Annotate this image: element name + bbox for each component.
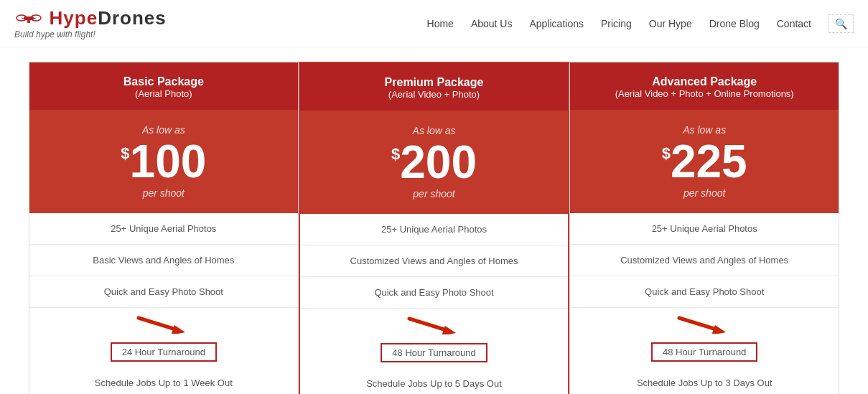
premium-dollar: $ [391, 145, 400, 164]
premium-card-header: Premium Package (Aerial Video + Photo) [300, 63, 569, 111]
basic-as-low: As low as [37, 124, 291, 136]
search-button[interactable]: 🔍 [829, 14, 854, 33]
svg-line-10 [679, 318, 719, 330]
basic-card-header: Basic Package (Aerial Photo) [29, 62, 298, 110]
pricing-section: Basic Package (Aerial Photo) As low as $… [0, 47, 868, 394]
header: HypeDrones Build hype with flight! Home … [0, 0, 868, 47]
advanced-price-amount: $ 225 [577, 139, 831, 184]
advanced-arrow-icon [676, 312, 733, 336]
nav-contact[interactable]: Contact [777, 18, 811, 29]
basic-price-area: As low as $ 100 per shoot [29, 110, 298, 213]
logo-text: HypeDrones [14, 7, 167, 29]
basic-arrow-row [29, 308, 298, 336]
advanced-per: per shoot [577, 187, 831, 199]
advanced-turnaround: 48 Hour Turnaround [570, 336, 839, 367]
advanced-features: 25+ Unique Aerial Photos Customized View… [570, 213, 839, 394]
premium-package-sub: (Aerial Video + Photo) [307, 89, 561, 100]
advanced-price-area: As low as $ 225 per shoot [570, 110, 839, 213]
basic-extra-1: Schedule Jobs Up to 1 Week Out [29, 367, 298, 394]
advanced-feature-3: Quick and Easy Photo Shoot [570, 276, 839, 308]
premium-features: 25+ Unique Aerial Photos Customized View… [300, 214, 569, 394]
basic-turnaround: 24 Hour Turnaround [29, 336, 298, 367]
advanced-turnaround-badge: 48 Hour Turnaround [651, 342, 757, 362]
basic-per: per shoot [37, 187, 291, 199]
basic-package-sub: (Aerial Photo) [37, 88, 291, 99]
svg-marker-11 [711, 325, 726, 334]
advanced-feature-2: Customized Views and Angles of Homes [570, 245, 839, 276]
svg-marker-9 [442, 326, 456, 334]
premium-price-number: 200 [400, 139, 477, 185]
basic-feature-3: Quick and Easy Photo Shoot [29, 276, 298, 308]
svg-line-6 [139, 318, 178, 330]
premium-extra-1: Schedule Jobs Up to 5 Days Out [300, 368, 569, 394]
logo-hype: Hype [50, 7, 98, 29]
svg-line-8 [409, 319, 449, 331]
advanced-package-card: Advanced Package (Aerial Video + Photo +… [569, 62, 839, 394]
nav-ourhype[interactable]: Our Hype [649, 18, 692, 29]
advanced-arrow-row [570, 308, 839, 336]
basic-feature-2: Basic Views and Angles of Homes [29, 245, 298, 276]
basic-price-number: 100 [130, 139, 207, 184]
premium-package-name: Premium Package [307, 76, 561, 89]
premium-feature-3: Quick and Easy Photo Shoot [300, 277, 569, 309]
basic-package-name: Basic Package [37, 75, 291, 88]
basic-dollar: $ [121, 144, 129, 163]
premium-feature-1: 25+ Unique Aerial Photos [300, 214, 569, 245]
basic-turnaround-badge: 24 Hour Turnaround [111, 342, 217, 362]
svg-marker-7 [171, 325, 185, 334]
advanced-package-sub: (Aerial Video + Photo + Online Promotion… [577, 88, 831, 99]
logo: HypeDrones Build hype with flight! [14, 7, 167, 39]
main-nav: Home About Us Applications Pricing Our H… [427, 14, 854, 33]
premium-price-amount: $ 200 [307, 139, 561, 185]
advanced-package-name: Advanced Package [577, 75, 831, 88]
logo-tagline: Build hype with flight! [14, 29, 95, 39]
basic-price-amount: $ 100 [37, 139, 291, 184]
premium-as-low: As low as [307, 125, 561, 136]
nav-pricing[interactable]: Pricing [601, 18, 632, 29]
logo-drones: Drones [98, 7, 167, 29]
advanced-dollar: $ [662, 144, 671, 163]
svg-rect-3 [27, 20, 30, 23]
premium-package-card: Premium Package (Aerial Video + Photo) A… [299, 62, 570, 394]
advanced-price-number: 225 [671, 139, 747, 184]
premium-per: per shoot [307, 188, 561, 200]
nav-blog[interactable]: Drone Blog [709, 18, 760, 29]
premium-turnaround: 48 Hour Turnaround [300, 337, 569, 368]
advanced-as-low: As low as [577, 124, 831, 136]
premium-price-area: As low as $ 200 per shoot [300, 111, 569, 214]
advanced-extra-1: Schedule Jobs Up to 3 Days Out [570, 367, 839, 394]
nav-home[interactable]: Home [427, 18, 454, 29]
nav-about[interactable]: About Us [471, 18, 513, 29]
premium-arrow-icon [406, 313, 463, 337]
advanced-feature-1: 25+ Unique Aerial Photos [570, 213, 839, 245]
basic-features: 25+ Unique Aerial Photos Basic Views and… [29, 213, 298, 394]
basic-arrow-icon [135, 312, 192, 336]
nav-applications[interactable]: Applications [529, 18, 584, 29]
premium-turnaround-badge: 48 Hour Turnaround [381, 343, 487, 362]
premium-feature-2: Customized Views and Angles of Homes [300, 245, 569, 277]
basic-package-card: Basic Package (Aerial Photo) As low as $… [29, 62, 299, 394]
premium-arrow-row [300, 309, 569, 337]
basic-feature-1: 25+ Unique Aerial Photos [29, 213, 298, 245]
advanced-card-header: Advanced Package (Aerial Video + Photo +… [570, 62, 839, 110]
